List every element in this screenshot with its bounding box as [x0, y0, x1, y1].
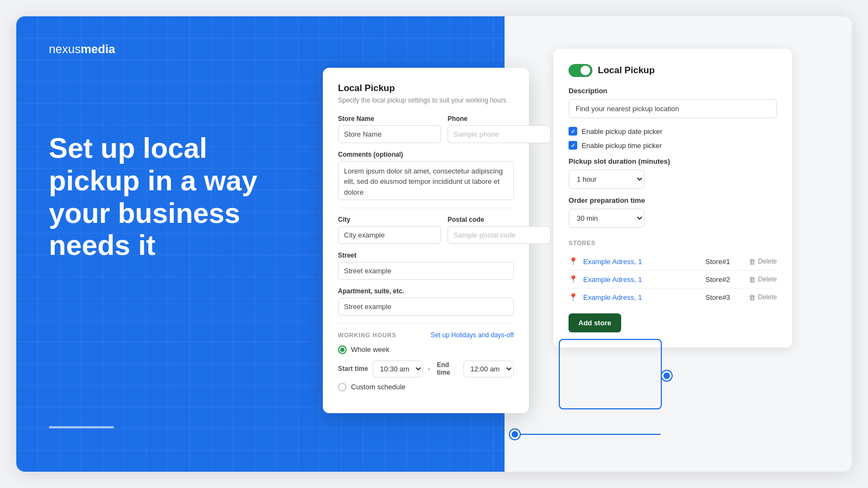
city-postal-row: City Postal code	[338, 216, 514, 244]
delete-store-1-button[interactable]: 🗑 Delete	[749, 258, 777, 266]
right-panel: Local Pickup Description Enable pickup d…	[505, 16, 852, 472]
form-card-title: Local Pickup	[338, 83, 514, 94]
form-card: Local Pickup Specify the local pickup se…	[323, 68, 529, 413]
holidays-link[interactable]: Set up Holidays and days-off	[431, 331, 514, 339]
apartment-input[interactable]	[338, 298, 514, 316]
brand-light: nexus	[49, 42, 81, 56]
local-pickup-toggle[interactable]	[569, 64, 592, 77]
start-time-select[interactable]: 10:30 am 11:00 am	[373, 361, 423, 377]
trash-icon-1: 🗑	[749, 258, 756, 266]
time-separator: -	[427, 364, 430, 373]
working-hours-label: WORKING HOURS	[338, 332, 397, 338]
trash-icon-2: 🗑	[749, 275, 756, 284]
store-name-group: Store Name	[338, 115, 441, 143]
delete-label-1: Delete	[758, 258, 777, 265]
brand-bold: media	[81, 42, 116, 56]
form-card-subtitle: Specify the local pickup settings to sui…	[338, 96, 514, 105]
store-name-label: Store Name	[338, 115, 441, 123]
custom-schedule-radio[interactable]	[338, 383, 347, 391]
time-picker-checkbox-row[interactable]: Enable pickup time picker	[569, 141, 777, 150]
store-row-3: 📍 Example Adress, 1 Store#3 🗑 Delete	[569, 288, 777, 306]
date-picker-checkbox-row[interactable]: Enable pickup date picker	[569, 127, 777, 136]
description-input[interactable]	[569, 99, 777, 118]
phone-label: Phone	[448, 115, 551, 123]
working-hours-header: WORKING HOURS Set up Holidays and days-o…	[338, 331, 514, 339]
left-panel: nexusmedia Set up local pickup in a way …	[16, 16, 505, 472]
whole-week-label: Whole week	[351, 345, 390, 354]
decorative-line	[49, 426, 114, 428]
slot-duration-label: Pickup slot duration (minutes)	[569, 157, 777, 165]
stores-section: STORES 📍 Example Adress, 1 Store#1 🗑 Del…	[569, 240, 777, 332]
street-input[interactable]	[338, 262, 514, 280]
delete-store-3-button[interactable]: 🗑 Delete	[749, 293, 777, 301]
divider-2	[338, 323, 514, 324]
store-address-2[interactable]: Example Adress, 1	[583, 275, 700, 284]
annotation-dot-left	[510, 429, 520, 439]
delete-label-2: Delete	[758, 275, 777, 283]
delete-label-3: Delete	[758, 293, 777, 301]
store-name-3: Store#3	[705, 293, 743, 301]
street-label: Street	[338, 252, 514, 259]
whole-week-radio-row[interactable]: Whole week	[338, 345, 514, 354]
store-phone-row: Store Name Phone	[338, 115, 514, 143]
comments-label: Comments (optional)	[338, 151, 514, 158]
description-label: Description	[569, 87, 777, 95]
brand-logo: nexusmedia	[49, 42, 472, 56]
time-picker-label: Enable pickup time picker	[582, 142, 662, 150]
comments-textarea[interactable]: Lorem ipsum dolor sit amet, consectetur …	[338, 161, 514, 200]
annotation-box	[559, 339, 662, 409]
add-store-button[interactable]: Add store	[569, 313, 621, 332]
date-picker-label: Enable pickup date picker	[582, 127, 662, 136]
hero-title: Set up local pickup in a way your busine…	[49, 132, 277, 262]
trash-icon-3: 🗑	[749, 293, 756, 301]
preparation-time-section: Order preparation time 30 min 1 hour 2 h…	[569, 196, 777, 235]
store-name-1: Store#1	[705, 258, 743, 266]
slot-duration-select[interactable]: 1 hour 30 min 2 hours	[569, 170, 644, 189]
apartment-label: Apartment, suite, etc.	[338, 287, 514, 295]
postal-input[interactable]	[448, 226, 551, 244]
phone-input[interactable]	[448, 125, 551, 143]
annotation-dot-right	[662, 371, 672, 381]
postal-label: Postal code	[448, 216, 551, 223]
pin-icon-2: 📍	[569, 275, 578, 284]
delete-store-2-button[interactable]: 🗑 Delete	[749, 275, 777, 284]
store-name-2: Store#2	[705, 275, 743, 284]
comments-group: Comments (optional) Lorem ipsum dolor si…	[338, 151, 514, 200]
start-time-row: Start time 10:30 am 11:00 am - End time …	[338, 361, 514, 377]
apartment-group: Apartment, suite, etc.	[338, 287, 514, 316]
city-input[interactable]	[338, 226, 441, 244]
pin-icon-3: 📍	[569, 293, 578, 301]
custom-schedule-radio-row[interactable]: Custom schedule	[338, 383, 514, 391]
preparation-time-select[interactable]: 30 min 1 hour 2 hours	[569, 209, 644, 228]
store-row-2: 📍 Example Adress, 1 Store#2 🗑 Delete	[569, 271, 777, 288]
slot-duration-section: Pickup slot duration (minutes) 1 hour 30…	[569, 157, 777, 196]
divider-1	[338, 208, 514, 208]
date-picker-checkbox[interactable]	[569, 127, 577, 136]
whole-week-radio[interactable]	[338, 345, 347, 354]
start-time-label: Start time	[338, 365, 368, 373]
local-pickup-toggle-row: Local Pickup	[569, 64, 777, 77]
preparation-time-label: Order preparation time	[569, 196, 777, 204]
stores-section-label: STORES	[569, 240, 777, 246]
street-group: Street	[338, 252, 514, 280]
store-address-3[interactable]: Example Adress, 1	[583, 293, 700, 301]
store-address-1[interactable]: Example Adress, 1	[583, 258, 700, 266]
end-time-label: End time	[437, 361, 459, 376]
store-name-input[interactable]	[338, 125, 441, 143]
pin-icon-1: 📍	[569, 257, 578, 266]
settings-card: Local Pickup Description Enable pickup d…	[553, 49, 792, 348]
store-row: 📍 Example Adress, 1 Store#1 🗑 Delete	[569, 253, 777, 271]
form-card-header: Local Pickup Specify the local pickup se…	[338, 83, 514, 105]
local-pickup-toggle-label: Local Pickup	[598, 65, 655, 76]
annotation-arrow	[520, 434, 661, 435]
postal-group: Postal code	[448, 216, 551, 244]
city-group: City	[338, 216, 441, 244]
city-label: City	[338, 216, 441, 223]
custom-schedule-label: Custom schedule	[351, 383, 405, 391]
phone-group: Phone	[448, 115, 551, 143]
end-time-select[interactable]: 12:00 am 1:00 pm	[463, 361, 514, 377]
time-picker-checkbox[interactable]	[569, 141, 577, 150]
